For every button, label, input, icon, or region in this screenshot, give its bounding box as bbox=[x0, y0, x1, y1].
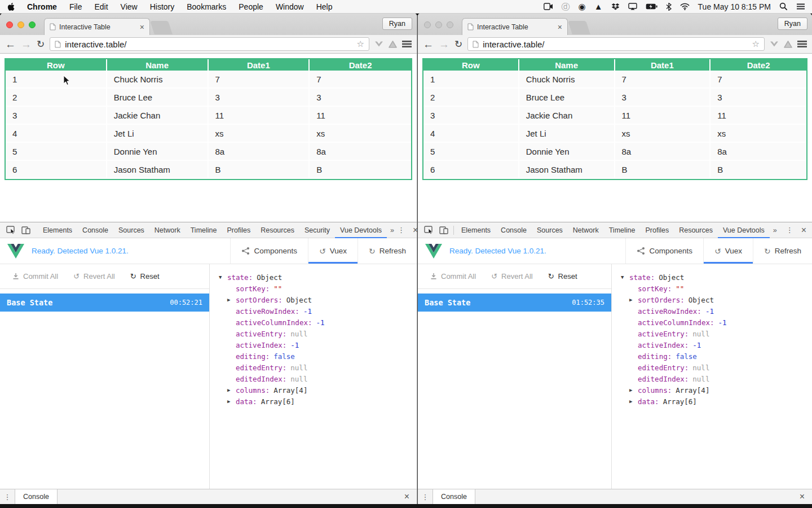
cell[interactable]: 3 bbox=[710, 89, 806, 107]
url-text[interactable]: interactive.table/ bbox=[483, 40, 748, 49]
table-row[interactable]: 3Jackie Chan1111 bbox=[6, 107, 411, 125]
back-button[interactable]: ← bbox=[423, 39, 434, 50]
revert-all-button[interactable]: ↺ Revert All bbox=[491, 272, 533, 281]
devtools-tab-profiles[interactable]: Profiles bbox=[640, 222, 674, 238]
dropbox-icon[interactable] bbox=[611, 3, 620, 11]
vue-extension-icon[interactable] bbox=[374, 41, 383, 47]
cell[interactable]: 11 bbox=[209, 107, 310, 125]
cell[interactable]: Donnie Yen bbox=[107, 143, 209, 161]
cell[interactable]: 11 bbox=[310, 107, 411, 125]
cell[interactable]: Chuck Norris bbox=[519, 71, 615, 89]
column-header-date1[interactable]: Date1 bbox=[209, 59, 310, 71]
column-header-name[interactable]: Name bbox=[107, 59, 209, 71]
overflow-tabs-icon[interactable]: » bbox=[387, 226, 398, 234]
vue-tab-components[interactable]: Components bbox=[625, 238, 703, 264]
apple-icon[interactable] bbox=[7, 2, 15, 11]
cell[interactable]: 2 bbox=[6, 89, 107, 107]
cell[interactable]: 8a bbox=[710, 143, 806, 161]
cell[interactable]: 7 bbox=[710, 71, 806, 89]
devtools-tab-network[interactable]: Network bbox=[568, 222, 604, 238]
state-tree-row[interactable]: ▼state:Object bbox=[219, 271, 417, 283]
devtools-tab-vue[interactable]: Vue Devtools bbox=[335, 222, 387, 238]
reload-button[interactable]: ↻ bbox=[454, 38, 462, 50]
state-tree-row[interactable]: ▶sortOrders:Object bbox=[629, 294, 812, 305]
state-tree-row[interactable]: sortKey:"" bbox=[227, 283, 417, 294]
vue-tab-components[interactable]: Components bbox=[230, 238, 308, 264]
profile-button[interactable]: Ryan bbox=[778, 17, 807, 30]
cell[interactable]: 3 bbox=[209, 89, 310, 107]
reload-button[interactable]: ↻ bbox=[37, 38, 45, 50]
cell[interactable]: 11 bbox=[710, 107, 806, 125]
bookmark-star-icon[interactable]: ☆ bbox=[357, 39, 364, 49]
forward-button[interactable]: → bbox=[21, 39, 32, 50]
cell[interactable]: xs bbox=[615, 125, 711, 143]
column-header-date1[interactable]: Date1 bbox=[615, 59, 711, 71]
vue-tab-refresh[interactable]: ↻ Refresh bbox=[358, 238, 417, 264]
devtools-tab-timeline[interactable]: Timeline bbox=[604, 222, 641, 238]
menu-bookmarks[interactable]: Bookmarks bbox=[187, 2, 226, 11]
devtools-tab-sources[interactable]: Sources bbox=[113, 222, 149, 238]
devtools-tab-security[interactable]: Security bbox=[299, 222, 335, 238]
console-drawer-tab[interactable]: Console bbox=[433, 489, 475, 504]
state-tree-row[interactable]: ▶sortOrders:Object bbox=[227, 294, 417, 305]
reset-button[interactable]: ↻ Reset bbox=[548, 272, 577, 281]
wifi-icon[interactable] bbox=[680, 3, 690, 10]
state-tree-row[interactable]: ▶data:Array[6] bbox=[227, 396, 417, 407]
browser-tab[interactable]: Interactive Table × bbox=[462, 18, 568, 35]
state-tree-row[interactable]: editedIndex:null bbox=[227, 373, 417, 384]
vue-tab-vuex[interactable]: ↺ Vuex bbox=[308, 238, 358, 264]
table-row[interactable]: 6Jason StathamBB bbox=[6, 161, 411, 179]
drawer-menu-icon[interactable]: ⋮ bbox=[0, 493, 15, 501]
close-window-button[interactable] bbox=[6, 21, 13, 28]
overflow-tabs-icon[interactable]: » bbox=[770, 226, 780, 234]
zoom-window-button[interactable] bbox=[447, 21, 453, 28]
menu-chrome[interactable]: Chrome bbox=[27, 2, 57, 11]
menu-hamburger-icon[interactable] bbox=[797, 40, 807, 48]
column-header-date2[interactable]: Date2 bbox=[710, 59, 806, 71]
table-row[interactable]: 5Donnie Yen8a8a bbox=[423, 143, 806, 161]
cell[interactable]: 3 bbox=[423, 107, 519, 125]
cell[interactable]: B bbox=[209, 161, 310, 179]
state-tree-row[interactable]: ▶columns:Array[4] bbox=[629, 384, 812, 396]
cell[interactable]: xs bbox=[710, 125, 806, 143]
cell[interactable]: Jackie Chan bbox=[519, 107, 615, 125]
expand-arrow[interactable]: ▼ bbox=[219, 274, 227, 280]
cell[interactable]: 4 bbox=[423, 125, 519, 143]
state-tree-row[interactable]: editedEntry:null bbox=[227, 362, 417, 373]
close-window-button[interactable] bbox=[424, 21, 431, 28]
state-tree-row[interactable]: activeColumnIndex:-1 bbox=[227, 317, 417, 328]
table-row[interactable]: 5Donnie Yen8a8a bbox=[6, 143, 411, 161]
drawer-close-icon[interactable]: × bbox=[404, 492, 417, 502]
address-bar[interactable]: interactive.table/ ☆ bbox=[467, 37, 765, 51]
column-header-name[interactable]: Name bbox=[519, 59, 615, 71]
minimize-window-button[interactable] bbox=[435, 21, 442, 28]
devtools-tab-resources[interactable]: Resources bbox=[255, 222, 299, 238]
menu-edit[interactable]: Edit bbox=[94, 2, 108, 11]
expand-arrow[interactable]: ▶ bbox=[227, 387, 236, 393]
new-tab-button[interactable] bbox=[568, 21, 590, 34]
battery-icon[interactable] bbox=[646, 3, 657, 10]
cell[interactable]: Jackie Chan bbox=[107, 107, 209, 125]
commit-all-button[interactable]: Commit All bbox=[430, 272, 476, 281]
back-button[interactable]: ← bbox=[5, 39, 16, 50]
cell[interactable]: 7 bbox=[615, 71, 711, 89]
cell[interactable]: 2 bbox=[423, 89, 519, 107]
cell[interactable]: Jet Li bbox=[519, 125, 615, 143]
google-drive-icon[interactable]: ▲ bbox=[594, 2, 603, 11]
devtools-tab-console[interactable]: Console bbox=[496, 222, 532, 238]
reset-button[interactable]: ↻ Reset bbox=[130, 272, 160, 281]
browser-tab[interactable]: Interactive Table × bbox=[44, 18, 150, 35]
devtools-tab-console[interactable]: Console bbox=[77, 222, 113, 238]
state-tree-row[interactable]: ▶columns:Array[4] bbox=[227, 384, 417, 396]
bluetooth-icon[interactable] bbox=[666, 3, 672, 11]
cell[interactable]: B bbox=[310, 161, 411, 179]
cell[interactable]: 11 bbox=[615, 107, 711, 125]
cell[interactable]: 7 bbox=[209, 71, 310, 89]
table-row[interactable]: 3Jackie Chan1111 bbox=[423, 107, 806, 125]
console-drawer-tab[interactable]: Console bbox=[15, 489, 58, 504]
menu-hamburger-icon[interactable] bbox=[402, 40, 412, 48]
address-bar[interactable]: interactive.table/ ☆ bbox=[50, 37, 369, 51]
cell[interactable]: 7 bbox=[310, 71, 411, 89]
devtools-tab-elements[interactable]: Elements bbox=[456, 222, 496, 238]
state-tree-row[interactable]: activeIndex:-1 bbox=[629, 339, 812, 351]
